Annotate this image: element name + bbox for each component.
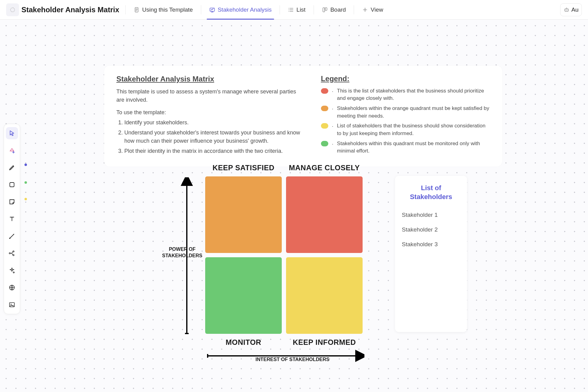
- legend-row: · This is the list of stakeholders that …: [321, 87, 490, 102]
- legend-row: · List of stakeholders that the business…: [321, 122, 490, 137]
- tab-stakeholder-analysis[interactable]: Stakeholder Analysis: [205, 0, 276, 19]
- y-axis-label: POWER OF STAKEHOLDERS: [159, 246, 205, 259]
- connector-icon: [8, 232, 16, 240]
- quadrant-manage-closely[interactable]: [286, 176, 363, 253]
- automation-button[interactable]: Au: [560, 3, 582, 16]
- instruction-step: Identify your stakeholders.: [124, 119, 303, 127]
- add-view-button[interactable]: View: [358, 0, 387, 19]
- plus-icon: [362, 7, 368, 13]
- shape-color-indicator: [24, 181, 27, 184]
- legend-color-green: [321, 141, 328, 146]
- quadrant-keep-informed[interactable]: [286, 257, 363, 334]
- quadrant-label-manage-closely: MANAGE CLOSELY: [286, 164, 363, 172]
- robot-icon: [564, 7, 570, 13]
- sparkle-icon: [8, 267, 16, 274]
- svg-point-16: [13, 254, 14, 256]
- text-icon: [8, 215, 16, 223]
- header-divider: [314, 5, 314, 14]
- quadrant-grid: [205, 176, 363, 334]
- doc-icon: [134, 7, 140, 13]
- quadrant-label-keep-satisfied: KEEP SATISFIED: [205, 164, 282, 172]
- svg-point-19: [11, 304, 12, 305]
- header-divider: [280, 5, 280, 14]
- quadrant-keep-satisfied[interactable]: [205, 176, 282, 253]
- stakeholder-list-title: List of Stakeholders: [402, 184, 460, 201]
- x-axis-label: INTEREST OF STAKEHOLDERS: [254, 356, 331, 363]
- quadrant-label-monitor: MONITOR: [205, 338, 282, 347]
- shapes-plus-icon: [8, 147, 16, 154]
- tool-web-embed[interactable]: [6, 281, 18, 294]
- svg-point-3: [288, 8, 289, 8]
- add-view-label: View: [371, 6, 383, 13]
- info-card-subtitle: This template is used to assess a system…: [116, 88, 303, 104]
- quadrant-label-keep-informed: KEEP INFORMED: [286, 338, 363, 347]
- dotted-circle-icon: [9, 7, 16, 13]
- svg-point-15: [13, 251, 14, 252]
- cursor-icon: [8, 130, 16, 137]
- legend-color-red: [321, 88, 328, 94]
- info-card-instructions: Stakeholder Analysis Matrix This templat…: [116, 74, 303, 157]
- quadrant-monitor[interactable]: [205, 257, 282, 334]
- info-card[interactable]: Stakeholder Analysis Matrix This templat…: [104, 66, 502, 167]
- tool-sticky-note[interactable]: [6, 196, 18, 208]
- stakeholder-item[interactable]: Stakeholder 3: [402, 241, 460, 248]
- svg-point-14: [9, 253, 10, 254]
- svg-point-13: [9, 238, 10, 239]
- tab-label: Board: [330, 6, 346, 13]
- tool-mindmap[interactable]: [6, 247, 18, 259]
- automation-label: Au: [571, 6, 579, 13]
- whiteboard-canvas[interactable]: Stakeholder Analysis Matrix This templat…: [0, 20, 588, 392]
- svg-rect-7: [325, 8, 327, 10]
- tool-ai[interactable]: [6, 264, 18, 277]
- svg-point-0: [10, 8, 14, 12]
- image-icon: [8, 301, 16, 308]
- legend-text: Stakeholders within the orange quadrant …: [337, 105, 490, 120]
- tab-list[interactable]: List: [284, 0, 310, 19]
- tab-board[interactable]: Board: [318, 0, 350, 19]
- legend-title: Legend:: [321, 74, 490, 84]
- tool-shapes-ai[interactable]: [6, 144, 18, 156]
- square-icon: [8, 181, 16, 188]
- sticky-note-icon: [8, 198, 16, 205]
- whiteboard-icon: [209, 7, 215, 13]
- legend-row: · Stakeholders within the orange quadran…: [321, 105, 490, 120]
- top-bar: Stakeholder Analysis Matrix Using this T…: [0, 0, 588, 20]
- web-icon: [8, 284, 16, 291]
- svg-point-4: [288, 9, 289, 10]
- legend-color-yellow: [321, 123, 328, 129]
- tool-text[interactable]: [6, 213, 18, 225]
- info-card-legend: Legend: · This is the list of stakeholde…: [321, 74, 490, 157]
- stakeholder-item[interactable]: Stakeholder 1: [402, 212, 460, 218]
- page-title: Stakeholder Analysis Matrix: [21, 6, 119, 14]
- tool-pen[interactable]: [6, 161, 18, 174]
- tab-label: List: [296, 6, 306, 13]
- sticky-color-indicator: [24, 198, 27, 200]
- pen-icon: [8, 164, 16, 171]
- list-icon: [288, 7, 294, 13]
- left-toolbar: [4, 124, 20, 314]
- legend-color-orange: [321, 106, 328, 111]
- stakeholder-item[interactable]: Stakeholder 2: [402, 226, 460, 233]
- svg-point-5: [288, 11, 289, 11]
- tool-image[interactable]: [6, 299, 18, 311]
- stakeholder-list-card[interactable]: List of Stakeholders Stakeholder 1 Stake…: [395, 176, 467, 332]
- svg-rect-6: [323, 8, 325, 12]
- tool-shape[interactable]: [6, 179, 18, 191]
- instruction-step: Plot their identity in the matrix in acc…: [124, 147, 303, 155]
- tool-connector[interactable]: [6, 230, 18, 242]
- tab-label: Using this Template: [142, 6, 193, 13]
- tab-using-template[interactable]: Using this Template: [129, 0, 197, 19]
- board-icon: [322, 7, 328, 13]
- tool-cursor[interactable]: [6, 127, 18, 139]
- svg-point-10: [567, 9, 567, 10]
- header-divider: [201, 5, 201, 14]
- header-divider: [125, 5, 126, 14]
- header-divider: [354, 5, 354, 14]
- template-menu-button[interactable]: [6, 3, 19, 16]
- svg-point-9: [566, 9, 566, 10]
- info-card-title: Stakeholder Analysis Matrix: [116, 74, 303, 85]
- mindmap-icon: [8, 250, 16, 257]
- legend-text: Stakeholders within this quadrant must b…: [337, 140, 490, 155]
- instructions-header: To use the template:: [116, 108, 303, 117]
- svg-point-11: [566, 7, 567, 8]
